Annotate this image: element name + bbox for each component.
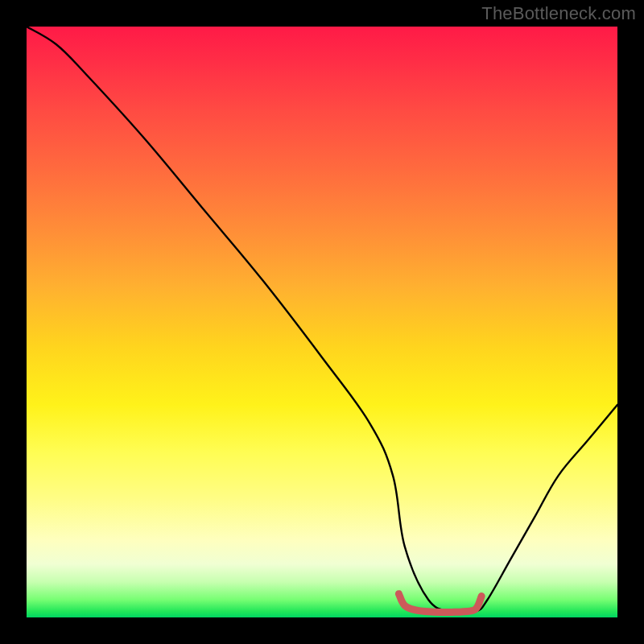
chart-plot-area [27,27,617,617]
optimal-band-path [398,594,481,613]
chart-svg [27,27,617,617]
watermark-text: TheBottleneck.com [481,3,636,24]
bottleneck-curve-path [27,27,617,613]
